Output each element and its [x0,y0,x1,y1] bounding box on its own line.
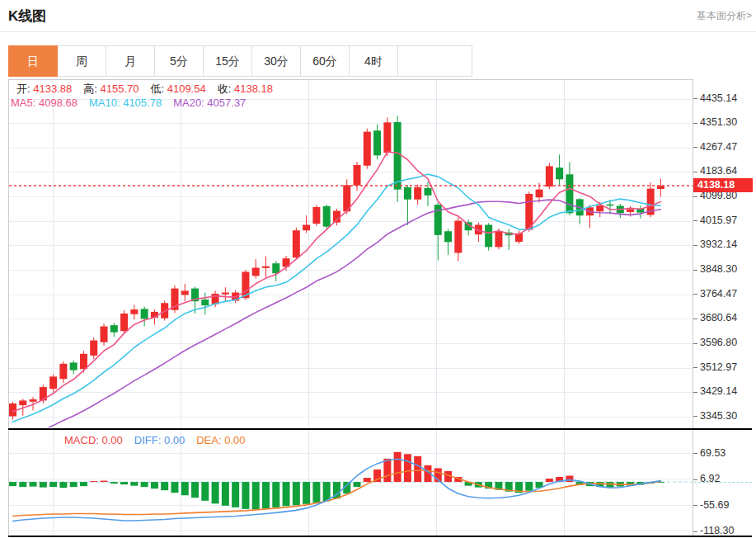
price-axis-tick [693,367,697,368]
tab-15分[interactable]: 15分 [204,45,252,77]
price-axis-tick [693,98,697,99]
price-axis-tick-label: 3764.47 [700,288,737,300]
price-axis-tick [693,123,697,124]
price-axis-tick [693,196,697,197]
bottom-border [8,536,752,537]
price-axis: 4435.144351.304267.474183.644099.804015.… [693,79,756,428]
candlestick-chart-panel[interactable] [8,79,693,428]
ohlc-item: 收: 4138.18 [218,83,273,95]
tab-60分[interactable]: 60分 [301,45,350,77]
macd-axis-tick-label: 69.53 [700,447,725,460]
price-axis-tick-label: 3680.64 [700,312,737,324]
price-axis-tick-label: 3596.80 [700,337,737,349]
price-axis-tick-label: 4015.97 [700,215,737,227]
price-axis-tick-label: 3512.97 [700,361,737,374]
candlestick-chart-canvas[interactable] [9,80,693,427]
price-axis-tick [693,220,697,221]
macd-axis: 69.536.92-55.69-118.30 [693,430,756,537]
interval-tab-bar: 日周月5分15分30分60分4时 [8,45,472,77]
price-axis-tick-label: 4351.30 [700,116,737,129]
tab-周[interactable]: 周 [58,45,106,77]
macd-item: MACD: 0.00 [64,434,123,446]
price-axis-tick [693,343,697,344]
ma-item: MA20: 4057.37 [173,97,246,109]
price-axis-tick [693,245,697,246]
price-axis-tick [693,147,697,148]
price-axis-tick-label: 4267.47 [700,141,737,153]
ohlc-item: 低: 4109.54 [150,83,205,95]
ma-legend: MA5: 4098.68MA10: 4105.78MA20: 4057.37 [11,97,257,109]
kline-widget: K线图 基本面分析> 日周月5分15分30分60分4时 开: 4133.88高:… [0,0,756,538]
macd-zero-line-extension [694,482,752,483]
last-price-tag: 4138.18 [693,178,753,192]
ma-item: MA5: 4098.68 [11,97,77,109]
price-axis-tick [693,172,697,172]
macd-axis-tick-label: 6.92 [700,473,720,485]
price-axis-tick-label: 3345.30 [700,410,737,422]
macd-axis-tick [693,505,697,506]
tab-日[interactable]: 日 [8,45,58,77]
tab-bar-filler [398,45,472,77]
panel-separator [8,428,752,430]
price-axis-tick [693,270,697,271]
price-axis-tick [693,392,697,393]
price-axis-tick-label: 3932.14 [700,238,737,251]
price-axis-tick [693,294,697,295]
price-axis-tick-label: 3848.30 [700,263,737,276]
ma-item: MA10: 4105.78 [89,97,162,109]
tab-4时[interactable]: 4时 [350,45,398,77]
macd-item: DIFF: 0.00 [134,434,185,446]
macd-item: DEA: 0.00 [196,434,245,446]
ohlc-item: 高: 4155.70 [83,83,139,95]
macd-legend: MACD: 0.00DIFF: 0.00DEA: 0.00 [64,434,257,446]
tab-30分[interactable]: 30分 [252,45,301,77]
ohlc-legend: 开: 4133.88高: 4155.70低: 4109.54收: 4138.18 [16,82,284,97]
tab-月[interactable]: 月 [106,45,155,77]
price-axis-tick-label: 3429.14 [700,385,737,398]
macd-axis-tick-label: -55.69 [700,499,729,512]
header-divider [0,31,756,32]
ohlc-item: 开: 4133.88 [16,83,72,95]
price-axis-tick-label: 4183.64 [700,165,737,177]
macd-axis-tick [693,453,697,454]
price-axis-tick [693,319,697,319]
price-axis-tick-label: 4435.14 [700,92,737,105]
macd-axis-tick [693,531,697,532]
fundamental-analysis-link[interactable]: 基本面分析> [697,9,752,23]
tab-5分[interactable]: 5分 [155,45,204,77]
page-title: K线图 [8,7,46,26]
macd-axis-tick [693,479,697,480]
price-axis-tick [693,416,697,417]
